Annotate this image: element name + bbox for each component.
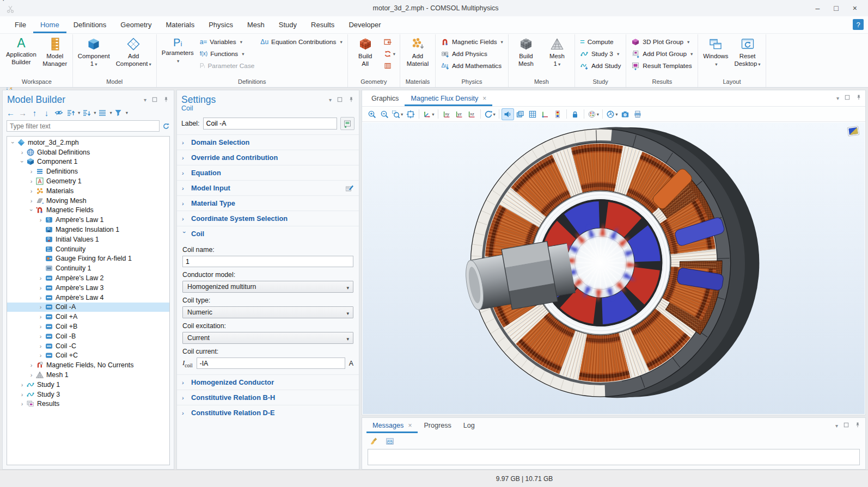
dropdown-caret-icon[interactable]: ▾ [78,110,80,115]
graphics-tool-snapshot[interactable] [619,108,631,120]
ribbon-button-magnetic-fields[interactable]: Magnetic Fields▾ [438,36,505,47]
menu-tab-home[interactable]: Home [33,17,66,33]
tree-expander-icon[interactable]: › [28,198,35,204]
graphics-tool-zoom-extents[interactable] [404,108,417,120]
tree-expander-icon[interactable]: › [10,139,16,146]
tree-expander-icon[interactable]: › [37,323,44,330]
tree-node[interactable]: ›Coil -A [7,303,169,312]
messages-tab-log[interactable]: Log [457,418,481,433]
dropdown-caret-icon[interactable]: ▾ [2,0,5,2]
tree-node[interactable]: ›Coil +C [7,351,169,361]
graphics-tool-image-settings[interactable]: ▾ [586,108,600,120]
ribbon-button-add-mathematics[interactable]: ΔuAdd Mathematics [438,60,505,71]
graphics-tool-axes-icon[interactable] [539,108,552,120]
ribbon-button-model-manager[interactable]: ModelManager [40,35,70,69]
qat-cut[interactable] [3,3,17,16]
menu-tab-geometry[interactable]: Geometry [113,17,158,33]
graphics-tool-grid-icon[interactable] [527,108,539,120]
settings-section-override-and-contribution[interactable]: ›Override and Contribution [177,150,359,165]
panel-pin-button[interactable] [348,96,354,104]
panel-maximize-button[interactable] [151,96,158,104]
menu-tab-file[interactable]: File [8,17,33,33]
ribbon-button-compute[interactable]: =Compute [578,36,623,47]
tree-expander-icon[interactable]: › [19,149,26,156]
graphics-tool-rotate-view[interactable]: ▾ [483,108,497,120]
graphics-tool-zoom-box[interactable]: ▾ [390,108,404,120]
ribbon-button-insert-sequence[interactable] [382,36,397,47]
ribbon-button-reset-desktop[interactable]: ResetDesktop▾ [732,35,763,69]
maximize-button[interactable]: □ [834,4,838,13]
tree-expander-icon[interactable]: › [19,400,26,407]
tree-expander-icon[interactable]: › [28,168,35,175]
settings-section-model-input[interactable]: ›Model Input [177,180,359,195]
graphics-tool-zoom-out[interactable] [378,108,390,120]
tree-expander-icon[interactable]: › [37,304,44,310]
tree-node[interactable]: ›DAmpère's Law 1 [7,215,169,225]
ribbon-button-plot-group-3d[interactable]: 3D Plot Group▾ [629,36,695,47]
settings-section-material-type[interactable]: ›Material Type [177,195,359,211]
menu-tab-materials[interactable]: Materials [158,17,201,33]
graphics-tool-view-yz[interactable]: yz [453,108,466,120]
panel-menu-button[interactable]: ▾ [144,97,146,103]
tree-expander-icon[interactable]: › [37,294,44,301]
graphics-tool-view-xy[interactable]: xy [441,108,453,120]
tree-expander-icon[interactable]: › [37,333,44,340]
tree-node[interactable]: ›AGeometry 1 [7,176,169,186]
tree-node[interactable]: ›Study 3 [7,390,169,399]
coil-name-input[interactable] [182,256,353,267]
panel-pin-button[interactable] [855,94,862,102]
tree-node[interactable]: ›Moving Mesh [7,196,169,206]
refresh-icon[interactable] [162,122,170,130]
settings-section-homogenized-conductor[interactable]: ›Homogenized Conductor [177,374,359,390]
graphics-tab-graphics[interactable]: Graphics [365,91,405,106]
menu-tab-mesh[interactable]: Mesh [240,17,272,33]
panel-maximize-button[interactable] [844,94,851,102]
minimize-button[interactable]: – [816,4,820,13]
graphics-tool-default-view[interactable]: ▾ [421,108,435,120]
tree-expander-icon[interactable]: › [37,352,44,359]
ribbon-button-study-wave[interactable]: Study 3▾ [578,48,623,59]
tree-expander-icon[interactable]: › [19,158,26,165]
panel-menu-button[interactable]: ▾ [329,97,332,103]
ribbon-button-variables[interactable]: a=Variables▾ [198,36,257,47]
panel-pin-button[interactable] [854,422,861,429]
close-button[interactable]: × [853,4,857,13]
tree-expander-icon[interactable]: › [28,372,35,378]
tree-node[interactable]: ›Materials [7,186,169,196]
mb-tool-list-up[interactable] [65,107,76,118]
mb-tool-move-up[interactable]: ↑ [29,107,40,118]
tree-node[interactable]: ›Coil -B [7,331,169,341]
dropdown-caret-icon[interactable]: ▾ [94,110,96,115]
graphics-tool-view-xz[interactable]: xz [466,108,478,120]
tree-node[interactable]: ›Magnetic Fields [7,206,169,215]
tree-node[interactable]: ›Definitions [7,167,169,176]
tree-node[interactable]: ›Study 1 [7,380,169,390]
ribbon-button-virtual-ops[interactable] [382,60,397,71]
graphics-tab-magnetic-flux-density[interactable]: Magnetic Flux Density× [405,91,492,106]
panel-maximize-button[interactable] [337,96,343,104]
ribbon-button-build-all[interactable]: BuildAll [351,35,380,69]
ribbon-button-mesh-1[interactable]: Mesh1▾ [542,35,572,69]
mb-tool-move-down[interactable]: ↓ [41,107,52,118]
tree-expander-icon[interactable]: › [19,381,26,388]
ribbon-button-add-study[interactable]: Add Study [578,60,623,71]
menu-tab-study[interactable]: Study [272,17,304,33]
messages-tool-msg-window[interactable] [383,435,396,447]
menu-tab-physics[interactable]: Physics [201,17,240,33]
ribbon-button-result-templates[interactable]: Result Templates [629,60,695,71]
ribbon-button-add-physics[interactable]: Add Physics [438,48,505,59]
graphics-tool-environment[interactable]: ▾ [605,108,619,120]
tab-close-icon[interactable]: × [482,95,486,102]
tree-node[interactable]: ›Coil +A [7,312,169,322]
graphics-canvas[interactable] [363,122,865,414]
menu-tab-definitions[interactable]: Definitions [66,17,114,33]
settings-section-domain-selection[interactable]: ›Domain Selection [177,134,359,150]
graphics-tool-transparency[interactable] [514,108,527,120]
mb-tool-nav-back[interactable]: ← [5,107,16,118]
messages-output[interactable] [368,449,860,465]
tree-expander-icon[interactable]: › [37,343,44,349]
mb-tool-show-eye[interactable] [53,107,64,118]
rename-button[interactable] [340,117,354,130]
tree-node[interactable]: ›Ampère's Law 3 [7,283,169,293]
field-select[interactable]: Numeric▾ [182,306,353,318]
